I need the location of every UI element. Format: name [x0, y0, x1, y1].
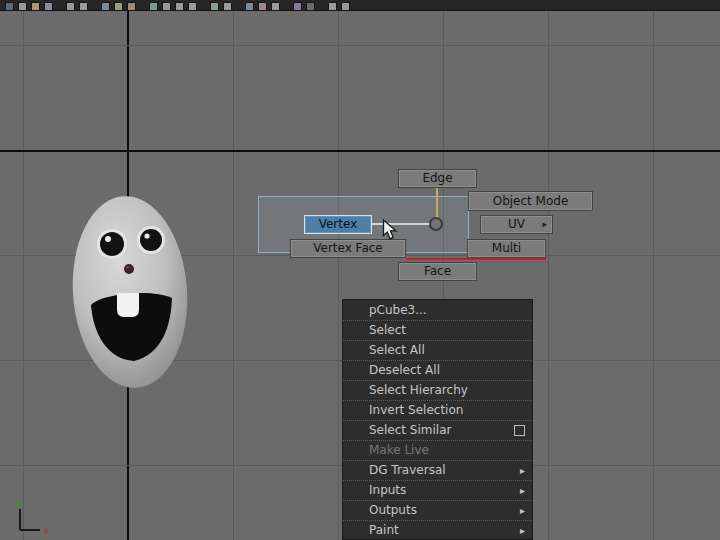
left-eye-highlight — [105, 236, 111, 242]
view-axis-indicator: y x — [8, 500, 60, 538]
construction-history-icon[interactable] — [223, 2, 232, 11]
submenu-arrow-icon: ▸ — [542, 216, 547, 233]
maya-viewport: Edge Object Mode Vertex UV ▸ Vertex Face… — [0, 0, 720, 540]
character-head — [66, 192, 193, 391]
nose-highlight — [126, 266, 129, 269]
file-open-icon[interactable] — [31, 2, 40, 11]
grid-line-vertical — [233, 11, 234, 540]
marking-menu-item-vertex[interactable]: Vertex — [304, 215, 372, 234]
marking-menu-center-dot — [429, 217, 443, 231]
menu-item-select-hierarchy[interactable]: Select Hierarchy — [343, 381, 532, 401]
marking-menu-label: UV — [508, 216, 525, 233]
x-axis-label: x — [44, 526, 50, 536]
menu-item-select-similar[interactable]: Select Similar — [343, 421, 532, 441]
submenu-arrow-icon: ▸ — [520, 461, 525, 480]
snap-curve-icon[interactable] — [162, 2, 171, 11]
menu-item-label: Invert Selection — [369, 403, 463, 417]
marking-menu-item-multi[interactable]: Multi — [467, 239, 546, 258]
submenu-arrow-icon: ▸ — [520, 521, 525, 540]
checkbox-unchecked[interactable] — [514, 425, 525, 436]
ipr-render-icon[interactable] — [258, 2, 267, 11]
mouse-cursor-icon — [382, 219, 399, 242]
menu-item-dg-traversal[interactable]: DG Traversal ▸ — [343, 461, 532, 481]
menu-item-label: Outputs — [369, 503, 417, 517]
marking-menu-gesture-line — [406, 258, 546, 260]
select-object-icon[interactable] — [114, 2, 123, 11]
input-field-icon[interactable] — [306, 2, 315, 11]
render-settings-icon[interactable] — [271, 2, 280, 11]
menu-item-outputs[interactable]: Outputs ▸ — [343, 501, 532, 521]
right-eye-highlight — [144, 233, 149, 238]
menu-set-selector-icon[interactable] — [5, 2, 14, 11]
y-axis-label: y — [16, 500, 22, 509]
menu-item-label: Make Live — [369, 443, 429, 457]
grid-axis-horizontal — [0, 150, 720, 152]
menu-item-label: DG Traversal — [369, 463, 446, 477]
file-save-icon[interactable] — [44, 2, 53, 11]
marking-menu-item-face[interactable]: Face — [398, 262, 477, 281]
character-mesh[interactable] — [58, 186, 206, 400]
tooth — [117, 293, 139, 317]
submenu-arrow-icon: ▸ — [520, 501, 525, 520]
context-menu-title-label: pCube3... — [369, 303, 427, 317]
marking-menu-label: Edge — [422, 170, 452, 187]
menu-item-deselect-all[interactable]: Deselect All — [343, 361, 532, 381]
snap-grid-icon[interactable] — [149, 2, 158, 11]
grid-line-vertical — [23, 11, 24, 540]
right-eye — [140, 229, 162, 251]
marking-menu-item-object-mode[interactable]: Object Mode — [468, 191, 593, 211]
redo-icon[interactable] — [79, 2, 88, 11]
menu-item-label: Inputs — [369, 483, 406, 497]
grid-line-vertical — [548, 11, 549, 540]
grid-line-horizontal — [0, 45, 720, 46]
snap-plane-icon[interactable] — [188, 2, 197, 11]
marking-menu-item-edge[interactable]: Edge — [398, 169, 477, 188]
menu-item-make-live: Make Live — [343, 441, 532, 461]
menu-item-invert-selection[interactable]: Invert Selection — [343, 401, 532, 421]
context-menu: pCube3... Select Select All Deselect All… — [342, 299, 533, 540]
help-icon[interactable] — [341, 2, 350, 11]
menu-item-label: Select Hierarchy — [369, 383, 468, 397]
status-line — [0, 0, 720, 11]
marking-menu-label: Face — [424, 263, 451, 280]
select-component-icon[interactable] — [127, 2, 136, 11]
marking-menu-label: Vertex Face — [313, 240, 383, 257]
marking-menu-selection-line — [372, 223, 430, 225]
grid-line-vertical — [338, 11, 339, 540]
make-live-icon[interactable] — [210, 2, 219, 11]
menu-item-label: Deselect All — [369, 363, 440, 377]
status-line-icons — [5, 2, 354, 11]
context-menu-title: pCube3... — [343, 301, 532, 321]
marking-menu-label: Vertex — [319, 216, 358, 233]
paint-effects-icon[interactable] — [293, 2, 302, 11]
menu-item-label: Select All — [369, 343, 425, 357]
snap-point-icon[interactable] — [175, 2, 184, 11]
marking-menu-label: Object Mode — [493, 193, 569, 210]
select-hierarchy-icon[interactable] — [101, 2, 110, 11]
menu-item-select-all[interactable]: Select All — [343, 341, 532, 361]
submenu-arrow-icon: ▸ — [520, 481, 525, 500]
undo-icon[interactable] — [66, 2, 75, 11]
marking-menu-item-uv[interactable]: UV ▸ — [480, 215, 553, 234]
menu-item-label: Select Similar — [369, 423, 451, 437]
sidebar-toggle-icon[interactable] — [328, 2, 337, 11]
menu-item-label: Paint — [369, 523, 399, 537]
menu-item-label: Select — [369, 323, 406, 337]
nose — [124, 264, 134, 274]
marking-menu-label: Multi — [492, 240, 521, 257]
menu-item-select[interactable]: Select — [343, 321, 532, 341]
marking-menu-stroke-line — [436, 188, 438, 219]
menu-item-inputs[interactable]: Inputs ▸ — [343, 481, 532, 501]
file-new-icon[interactable] — [18, 2, 27, 11]
menu-item-paint[interactable]: Paint ▸ — [343, 521, 532, 540]
grid-line-vertical — [653, 11, 654, 540]
render-icon[interactable] — [245, 2, 254, 11]
left-eye — [100, 232, 124, 256]
